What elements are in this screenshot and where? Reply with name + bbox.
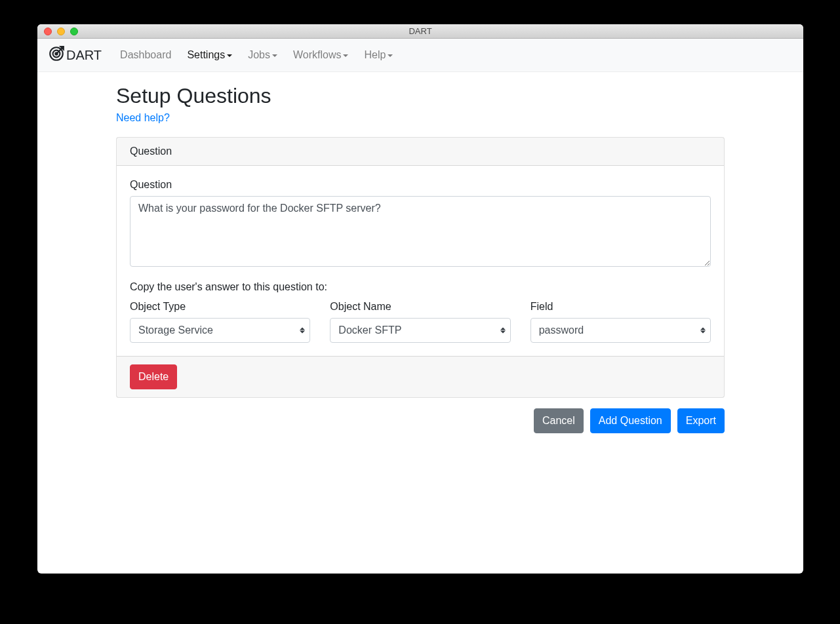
chevron-down-icon — [272, 54, 277, 57]
nav-jobs[interactable]: Jobs — [243, 44, 283, 66]
nav-dashboard[interactable]: Dashboard — [115, 44, 176, 66]
action-row: Cancel Add Question Export — [116, 408, 725, 433]
window-title: DART — [37, 26, 803, 36]
select-row: Object Type Storage Service Ob — [130, 301, 711, 343]
cancel-button[interactable]: Cancel — [534, 408, 584, 433]
nav-help-label: Help — [364, 49, 386, 61]
question-label: Question — [130, 179, 711, 191]
nav-jobs-label: Jobs — [248, 49, 270, 61]
navbar: DART Dashboard Settings Jobs Workflows H… — [37, 39, 803, 72]
chevron-down-icon — [227, 54, 232, 57]
close-window-button[interactable] — [44, 28, 52, 35]
minimize-window-button[interactable] — [57, 28, 65, 35]
nav-settings-label: Settings — [187, 49, 225, 61]
field-label: Field — [530, 301, 711, 313]
app-window: DART DART Dashboard Settings Jobs — [37, 24, 803, 574]
object-name-select[interactable]: Docker SFTP — [330, 318, 510, 343]
chevron-down-icon — [388, 54, 393, 57]
export-button[interactable]: Export — [677, 408, 725, 433]
nav-workflows-label: Workflows — [293, 49, 342, 61]
question-textarea[interactable] — [130, 196, 711, 267]
nav-workflows[interactable]: Workflows — [288, 44, 354, 66]
page-title: Setup Questions — [116, 84, 725, 108]
card-header: Question — [117, 138, 724, 166]
object-name-label: Object Name — [330, 301, 510, 313]
delete-button[interactable]: Delete — [130, 364, 177, 389]
object-type-label: Object Type — [130, 301, 310, 313]
nav-settings[interactable]: Settings — [182, 44, 237, 66]
maximize-window-button[interactable] — [70, 28, 78, 35]
brand[interactable]: DART — [48, 45, 102, 65]
content: Setup Questions Need help? Question Ques… — [37, 72, 803, 446]
field-select[interactable]: password — [530, 318, 711, 343]
help-link[interactable]: Need help? — [116, 112, 170, 124]
traffic-lights — [37, 28, 78, 35]
card-footer: Delete — [117, 356, 724, 397]
titlebar: DART — [37, 24, 803, 39]
target-icon — [48, 45, 65, 65]
copy-answer-text: Copy the user's answer to this question … — [130, 281, 711, 293]
object-type-select[interactable]: Storage Service — [130, 318, 310, 343]
brand-text: DART — [66, 48, 102, 63]
card-body: Question Copy the user's answer to this … — [117, 166, 724, 356]
nav-help[interactable]: Help — [359, 44, 398, 66]
add-question-button[interactable]: Add Question — [590, 408, 671, 433]
chevron-down-icon — [343, 54, 348, 57]
question-card: Question Question Copy the user's answer… — [116, 137, 725, 398]
